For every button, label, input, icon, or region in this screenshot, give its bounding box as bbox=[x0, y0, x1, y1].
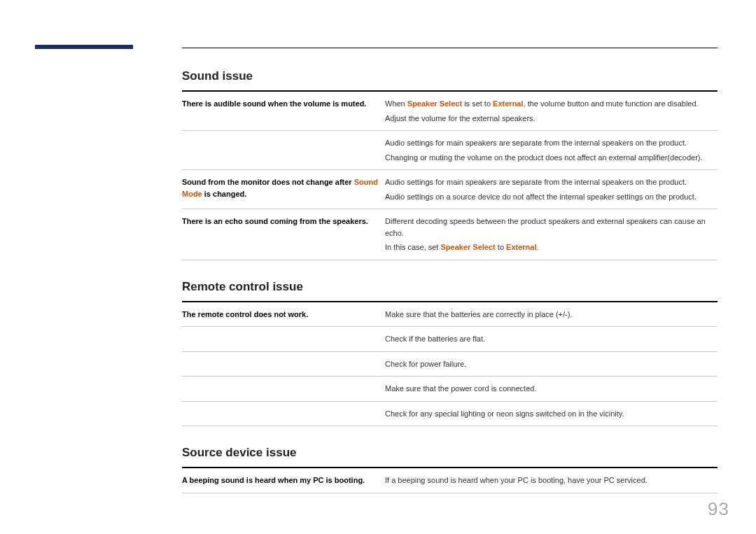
section-title-remote: Remote control issue bbox=[182, 280, 718, 294]
table-row: A beeping sound is heard when my PC is b… bbox=[182, 468, 718, 493]
issue-label: Sound from the monitor does not change a… bbox=[182, 176, 385, 199]
solution-line: When Speaker Select is set to External, … bbox=[385, 98, 718, 110]
table-row: Sound from the monitor does not change a… bbox=[182, 170, 718, 209]
table-row: Make sure that the power cord is connect… bbox=[182, 377, 718, 402]
table-row: There is an echo sound coming from the s… bbox=[182, 209, 718, 260]
issue-solution: Make sure that the power cord is connect… bbox=[385, 383, 718, 395]
table-row: There is audible sound when the volume i… bbox=[182, 92, 718, 130]
table-row: Check for power failure. bbox=[182, 352, 718, 377]
table-row: Audio settings for main speakers are sep… bbox=[182, 130, 718, 170]
solution-line: Different decoding speeds between the pr… bbox=[385, 216, 718, 239]
table-row: Check for any special lighting or neon s… bbox=[182, 402, 718, 427]
issue-label: There is audible sound when the volume i… bbox=[182, 98, 385, 110]
issue-label: There is an echo sound coming from the s… bbox=[182, 216, 385, 227]
page-number: 93 bbox=[708, 498, 729, 520]
issue-solution: Check for any special lighting or neon s… bbox=[385, 408, 718, 420]
solution-line: Audio settings on a source device do not… bbox=[385, 191, 718, 203]
issue-solution: If a beeping sound is heard when your PC… bbox=[385, 475, 718, 486]
solution-line: Changing or muting the volume on the pro… bbox=[385, 152, 718, 164]
section-title-source: Source device issue bbox=[182, 446, 718, 460]
solution-line: Audio settings for main speakers are sep… bbox=[385, 176, 718, 188]
solution-line: Adjust the volume for the external speak… bbox=[385, 113, 718, 125]
solution-line: Audio settings for main speakers are sep… bbox=[385, 137, 718, 149]
issue-solution: Different decoding speeds between the pr… bbox=[385, 216, 718, 253]
solution-line: In this case, set Speaker Select to Exte… bbox=[385, 241, 718, 253]
accent-bar bbox=[35, 45, 133, 49]
issue-solution: Check for power failure. bbox=[385, 358, 718, 370]
issue-solution: Make sure that the batteries are correct… bbox=[385, 309, 718, 321]
issue-solution: Audio settings for main speakers are sep… bbox=[385, 137, 718, 163]
issue-solution: Check if the batteries are flat. bbox=[385, 333, 718, 345]
table-row: The remote control does not work. Make s… bbox=[182, 302, 718, 328]
issue-solution: When Speaker Select is set to External, … bbox=[385, 98, 718, 124]
table-row: Check if the batteries are flat. bbox=[182, 327, 718, 352]
page-content: Sound issue There is audible sound when … bbox=[182, 45, 718, 493]
issue-label: The remote control does not work. bbox=[182, 309, 385, 321]
issue-label: A beeping sound is heard when my PC is b… bbox=[182, 475, 385, 486]
top-rule bbox=[182, 48, 718, 48]
section-title-sound: Sound issue bbox=[182, 69, 718, 83]
issue-solution: Audio settings for main speakers are sep… bbox=[385, 176, 718, 202]
